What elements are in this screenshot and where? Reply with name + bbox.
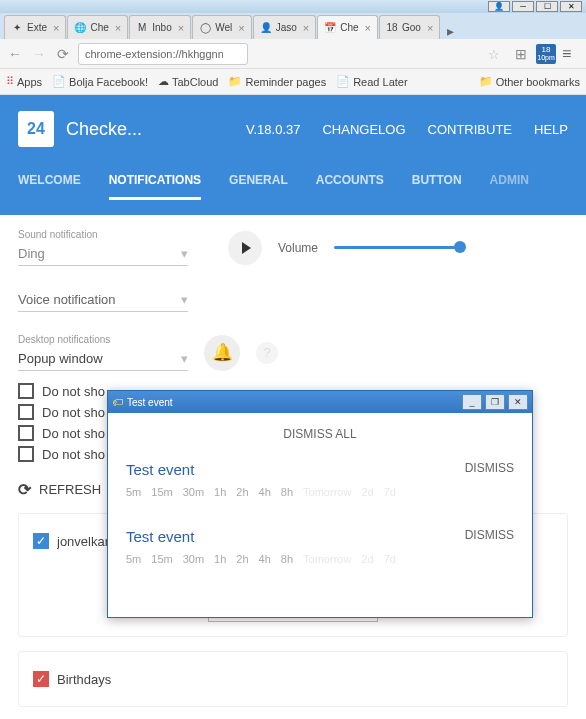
bookmark-star-icon[interactable]: ☆: [488, 47, 500, 62]
desktop-select[interactable]: Popup window ▾: [18, 347, 188, 371]
browser-tab-strip: ✦Exte×🌐Che×MInbo×◯Wel×👤Jaso×📅Che×18Goo×▸: [0, 13, 586, 39]
back-button[interactable]: ←: [6, 45, 24, 63]
snooze-option[interactable]: 5m: [126, 553, 141, 565]
tab-close-icon[interactable]: ×: [303, 22, 309, 34]
bookmark-label: Bolja Facebook!: [69, 76, 148, 88]
help-icon[interactable]: ?: [256, 342, 278, 364]
bookmark-item[interactable]: 📄Read Later: [336, 75, 407, 88]
snooze-option[interactable]: 7d: [384, 553, 396, 565]
browser-tab[interactable]: 🌐Che×: [67, 15, 128, 39]
snooze-option[interactable]: 30m: [183, 486, 204, 498]
tab-welcome[interactable]: WELCOME: [18, 173, 81, 200]
folder-icon: 📁: [479, 75, 493, 88]
event-row: Test event5m15m30m1h2h4h8hTomorrow2d7dDI…: [126, 461, 514, 498]
contribute-link[interactable]: CONTRIBUTE: [428, 122, 513, 137]
apps-button[interactable]: ⠿Apps: [6, 75, 42, 88]
tab-close-icon[interactable]: ×: [365, 22, 371, 34]
play-sound-button[interactable]: [228, 231, 262, 265]
bookmark-item[interactable]: 📁Reminder pages: [228, 75, 326, 88]
sound-select[interactable]: Ding ▾: [18, 242, 188, 266]
reload-button[interactable]: ⟳: [54, 45, 72, 63]
browser-tab[interactable]: ✦Exte×: [4, 15, 66, 39]
minimize-button[interactable]: ─: [512, 1, 534, 12]
badge-time: 10pm: [537, 54, 555, 61]
user-button[interactable]: 👤: [488, 1, 510, 12]
translate-icon[interactable]: ⊞: [512, 45, 530, 63]
snooze-option[interactable]: 15m: [151, 486, 172, 498]
popup-close[interactable]: ✕: [508, 394, 528, 410]
popup-minimize[interactable]: _: [462, 394, 482, 410]
event-title[interactable]: Test event: [126, 528, 465, 545]
volume-label: Volume: [278, 241, 318, 255]
tab-close-icon[interactable]: ×: [53, 22, 59, 34]
tab-general[interactable]: GENERAL: [229, 173, 288, 200]
check-label: Do not sho: [42, 405, 105, 420]
snooze-option[interactable]: Tomorrow: [303, 553, 351, 565]
browser-tab[interactable]: 18Goo×: [379, 15, 440, 39]
browser-tab[interactable]: 📅Che×: [317, 15, 378, 39]
tab-close-icon[interactable]: ×: [115, 22, 121, 34]
snooze-option[interactable]: 5m: [126, 486, 141, 498]
tab-close-icon[interactable]: ×: [427, 22, 433, 34]
browser-tab[interactable]: MInbo×: [129, 15, 191, 39]
tab-admin[interactable]: ADMIN: [490, 173, 529, 200]
popup-body: DISMISS ALL Test event5m15m30m1h2h4h8hTo…: [108, 413, 532, 617]
snooze-option[interactable]: 2h: [236, 553, 248, 565]
new-tab-button[interactable]: ▸: [441, 23, 460, 39]
bookmark-item[interactable]: 📄Bolja Facebook!: [52, 75, 148, 88]
volume-slider[interactable]: [334, 246, 464, 249]
bookmark-item[interactable]: ☁TabCloud: [158, 75, 218, 88]
app-logo: 24: [18, 111, 54, 147]
app-nav-tabs: WELCOME NOTIFICATIONS GENERAL ACCOUNTS B…: [0, 147, 586, 200]
tab-accounts[interactable]: ACCOUNTS: [316, 173, 384, 200]
close-button[interactable]: ✕: [560, 1, 582, 12]
voice-select[interactable]: Voice notification ▾: [18, 288, 188, 312]
snooze-option[interactable]: Tomorrow: [303, 486, 351, 498]
snooze-option[interactable]: 8h: [281, 486, 293, 498]
snooze-option[interactable]: 15m: [151, 553, 172, 565]
checkbox[interactable]: [18, 404, 34, 420]
popup-titlebar[interactable]: 🏷 Test event _ ❐ ✕: [108, 391, 532, 413]
calendar-checkbox[interactable]: ✓: [33, 533, 49, 549]
snooze-option[interactable]: 2d: [361, 553, 373, 565]
other-bookmarks[interactable]: 📁Other bookmarks: [479, 75, 580, 88]
browser-tab[interactable]: ◯Wel×: [192, 15, 251, 39]
tab-close-icon[interactable]: ×: [178, 22, 184, 34]
snooze-option[interactable]: 8h: [281, 553, 293, 565]
changelog-link[interactable]: CHANGELOG: [322, 122, 405, 137]
checkbox[interactable]: [18, 383, 34, 399]
bookmark-label: Other bookmarks: [496, 76, 580, 88]
dismiss-button[interactable]: DISMISS: [465, 528, 514, 542]
snooze-option[interactable]: 1h: [214, 553, 226, 565]
snooze-option[interactable]: 4h: [259, 486, 271, 498]
snooze-option[interactable]: 2h: [236, 486, 248, 498]
extension-badge[interactable]: 18 10pm: [536, 44, 556, 64]
tab-favicon: ✦: [11, 22, 23, 34]
event-title[interactable]: Test event: [126, 461, 465, 478]
dismiss-button[interactable]: DISMISS: [465, 461, 514, 475]
checkbox[interactable]: [18, 425, 34, 441]
bell-icon: 🔔: [212, 342, 233, 363]
calendar-checkbox[interactable]: ✓: [33, 671, 49, 687]
tab-notifications[interactable]: NOTIFICATIONS: [109, 173, 201, 200]
slider-thumb[interactable]: [454, 241, 466, 253]
chrome-menu-icon[interactable]: ≡: [562, 45, 580, 63]
address-bar[interactable]: [78, 43, 248, 65]
snooze-option[interactable]: 2d: [361, 486, 373, 498]
dismiss-all-button[interactable]: DISMISS ALL: [126, 427, 514, 441]
snooze-option[interactable]: 7d: [384, 486, 396, 498]
tab-close-icon[interactable]: ×: [238, 22, 244, 34]
maximize-button[interactable]: ☐: [536, 1, 558, 12]
preview-bell-button[interactable]: 🔔: [204, 335, 240, 371]
forward-button[interactable]: →: [30, 45, 48, 63]
checkbox[interactable]: [18, 446, 34, 462]
help-link[interactable]: HELP: [534, 122, 568, 137]
popup-maximize[interactable]: ❐: [485, 394, 505, 410]
browser-tab[interactable]: 👤Jaso×: [253, 15, 317, 39]
snooze-option[interactable]: 4h: [259, 553, 271, 565]
snooze-option[interactable]: 30m: [183, 553, 204, 565]
snooze-option[interactable]: 1h: [214, 486, 226, 498]
snooze-options: 5m15m30m1h2h4h8hTomorrow2d7d: [126, 486, 465, 498]
apps-label: Apps: [17, 76, 42, 88]
tab-button[interactable]: BUTTON: [412, 173, 462, 200]
